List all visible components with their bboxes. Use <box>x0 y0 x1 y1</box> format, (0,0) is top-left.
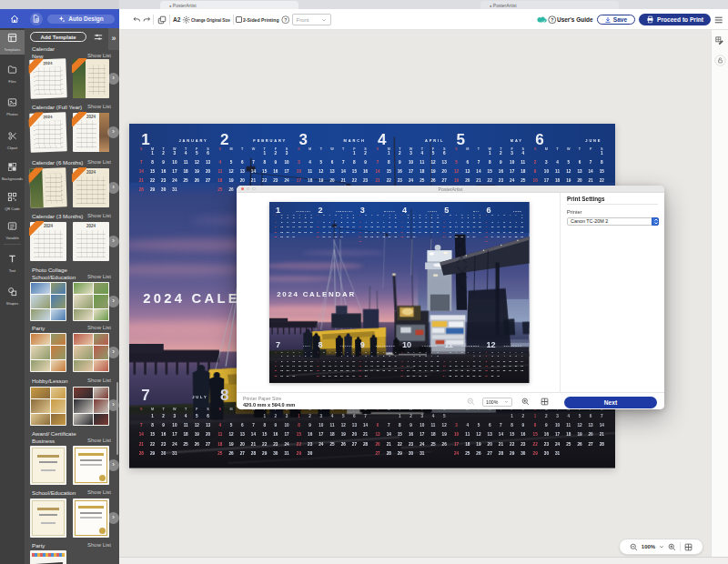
svg-text:?: ? <box>284 16 287 22</box>
svg-text:?: ? <box>551 16 553 22</box>
